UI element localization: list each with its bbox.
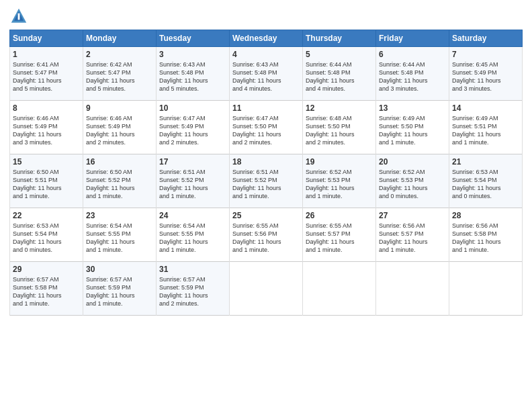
- cell-info: Sunrise: 6:42 AM Sunset: 5:47 PM Dayligh…: [86, 60, 153, 93]
- calendar-cell: [230, 262, 303, 316]
- cell-info: Sunrise: 6:53 AM Sunset: 5:54 PM Dayligh…: [452, 168, 519, 201]
- day-number: 3: [159, 50, 226, 59]
- day-number: 27: [379, 211, 446, 220]
- calendar-cell: 5Sunrise: 6:44 AM Sunset: 5:48 PM Daylig…: [303, 47, 376, 101]
- day-number: 5: [306, 50, 373, 59]
- day-number: 12: [306, 103, 373, 113]
- calendar-cell: 11Sunrise: 6:47 AM Sunset: 5:50 PM Dayli…: [230, 101, 303, 154]
- day-number: 24: [159, 211, 226, 220]
- cell-info: Sunrise: 6:46 AM Sunset: 5:49 PM Dayligh…: [13, 114, 80, 147]
- day-number: 14: [452, 103, 519, 113]
- page-container: SundayMondayTuesdayWednesdayThursdayFrid…: [0, 0, 532, 322]
- day-number: 25: [232, 211, 300, 220]
- day-number: 15: [13, 157, 80, 167]
- calendar-cell: 4Sunrise: 6:43 AM Sunset: 5:48 PM Daylig…: [230, 47, 303, 101]
- cell-info: Sunrise: 6:51 AM Sunset: 5:52 PM Dayligh…: [232, 168, 300, 201]
- day-header-tuesday: Tuesday: [157, 30, 230, 47]
- cell-info: Sunrise: 6:57 AM Sunset: 5:59 PM Dayligh…: [159, 275, 226, 308]
- cell-info: Sunrise: 6:51 AM Sunset: 5:52 PM Dayligh…: [159, 168, 226, 201]
- week-row-5: 29Sunrise: 6:57 AM Sunset: 5:58 PM Dayli…: [10, 262, 523, 316]
- calendar-cell: 31Sunrise: 6:57 AM Sunset: 5:59 PM Dayli…: [157, 262, 230, 316]
- day-header-wednesday: Wednesday: [230, 30, 303, 47]
- calendar-cell: 10Sunrise: 6:47 AM Sunset: 5:49 PM Dayli…: [157, 101, 230, 154]
- day-number: 10: [159, 103, 226, 113]
- cell-info: Sunrise: 6:53 AM Sunset: 5:54 PM Dayligh…: [13, 222, 80, 255]
- calendar-cell: 7Sunrise: 6:45 AM Sunset: 5:49 PM Daylig…: [449, 47, 523, 101]
- cell-info: Sunrise: 6:50 AM Sunset: 5:52 PM Dayligh…: [86, 168, 153, 201]
- day-number: 19: [306, 157, 373, 167]
- logo-icon: [9, 7, 28, 26]
- week-row-1: 1Sunrise: 6:41 AM Sunset: 5:47 PM Daylig…: [10, 47, 523, 101]
- day-number: 9: [86, 103, 153, 113]
- calendar-cell: 21Sunrise: 6:53 AM Sunset: 5:54 PM Dayli…: [449, 154, 523, 208]
- day-number: 17: [159, 157, 226, 167]
- day-number: 20: [379, 157, 446, 167]
- cell-info: Sunrise: 6:57 AM Sunset: 5:59 PM Dayligh…: [86, 275, 153, 308]
- day-number: 8: [13, 103, 80, 113]
- cell-info: Sunrise: 6:56 AM Sunset: 5:57 PM Dayligh…: [379, 222, 446, 255]
- cell-info: Sunrise: 6:43 AM Sunset: 5:48 PM Dayligh…: [159, 60, 226, 93]
- calendar-cell: [449, 262, 523, 316]
- day-header-thursday: Thursday: [303, 30, 376, 47]
- cell-info: Sunrise: 6:46 AM Sunset: 5:49 PM Dayligh…: [86, 114, 153, 147]
- day-number: 18: [232, 157, 300, 167]
- calendar-cell: 18Sunrise: 6:51 AM Sunset: 5:52 PM Dayli…: [230, 154, 303, 208]
- calendar-cell: 20Sunrise: 6:52 AM Sunset: 5:53 PM Dayli…: [376, 154, 449, 208]
- day-number: 29: [13, 265, 80, 274]
- calendar-cell: 14Sunrise: 6:49 AM Sunset: 5:51 PM Dayli…: [449, 101, 523, 154]
- day-number: 26: [306, 211, 373, 220]
- calendar-cell: 13Sunrise: 6:49 AM Sunset: 5:50 PM Dayli…: [376, 101, 449, 154]
- cell-info: Sunrise: 6:45 AM Sunset: 5:49 PM Dayligh…: [452, 60, 519, 93]
- day-number: 21: [452, 157, 519, 167]
- cell-info: Sunrise: 6:49 AM Sunset: 5:51 PM Dayligh…: [452, 114, 519, 147]
- day-number: 22: [13, 211, 80, 220]
- calendar-cell: 3Sunrise: 6:43 AM Sunset: 5:48 PM Daylig…: [157, 47, 230, 101]
- cell-info: Sunrise: 6:48 AM Sunset: 5:50 PM Dayligh…: [306, 114, 373, 147]
- cell-info: Sunrise: 6:50 AM Sunset: 5:51 PM Dayligh…: [13, 168, 80, 201]
- day-number: 2: [86, 50, 153, 59]
- day-number: 30: [86, 265, 153, 274]
- calendar-cell: 30Sunrise: 6:57 AM Sunset: 5:59 PM Dayli…: [83, 262, 157, 316]
- calendar-cell: 19Sunrise: 6:52 AM Sunset: 5:53 PM Dayli…: [303, 154, 376, 208]
- cell-info: Sunrise: 6:41 AM Sunset: 5:47 PM Dayligh…: [13, 60, 80, 93]
- day-header-friday: Friday: [376, 30, 449, 47]
- calendar-cell: 25Sunrise: 6:55 AM Sunset: 5:56 PM Dayli…: [230, 208, 303, 262]
- calendar-cell: 26Sunrise: 6:55 AM Sunset: 5:57 PM Dayli…: [303, 208, 376, 262]
- calendar-cell: 16Sunrise: 6:50 AM Sunset: 5:52 PM Dayli…: [83, 154, 157, 208]
- week-row-2: 8Sunrise: 6:46 AM Sunset: 5:49 PM Daylig…: [10, 101, 523, 154]
- calendar-cell: [376, 262, 449, 316]
- calendar-cell: [303, 262, 376, 316]
- calendar-cell: 27Sunrise: 6:56 AM Sunset: 5:57 PM Dayli…: [376, 208, 449, 262]
- day-number: 13: [379, 103, 446, 113]
- week-row-4: 22Sunrise: 6:53 AM Sunset: 5:54 PM Dayli…: [10, 208, 523, 262]
- calendar-cell: 12Sunrise: 6:48 AM Sunset: 5:50 PM Dayli…: [303, 101, 376, 154]
- cell-info: Sunrise: 6:56 AM Sunset: 5:58 PM Dayligh…: [452, 222, 519, 255]
- day-number: 4: [232, 50, 300, 59]
- cell-info: Sunrise: 6:52 AM Sunset: 5:53 PM Dayligh…: [306, 168, 373, 201]
- day-header-monday: Monday: [83, 30, 157, 47]
- calendar-cell: 22Sunrise: 6:53 AM Sunset: 5:54 PM Dayli…: [10, 208, 83, 262]
- calendar-cell: 9Sunrise: 6:46 AM Sunset: 5:49 PM Daylig…: [83, 101, 157, 154]
- day-number: 6: [379, 50, 446, 59]
- cell-info: Sunrise: 6:52 AM Sunset: 5:53 PM Dayligh…: [379, 168, 446, 201]
- calendar-cell: 28Sunrise: 6:56 AM Sunset: 5:58 PM Dayli…: [449, 208, 523, 262]
- calendar-cell: 6Sunrise: 6:44 AM Sunset: 5:48 PM Daylig…: [376, 47, 449, 101]
- cell-info: Sunrise: 6:49 AM Sunset: 5:50 PM Dayligh…: [379, 114, 446, 147]
- logo: [9, 7, 31, 26]
- calendar-cell: 1Sunrise: 6:41 AM Sunset: 5:47 PM Daylig…: [10, 47, 83, 101]
- cell-info: Sunrise: 6:55 AM Sunset: 5:56 PM Dayligh…: [232, 222, 300, 255]
- calendar-cell: 29Sunrise: 6:57 AM Sunset: 5:58 PM Dayli…: [10, 262, 83, 316]
- header: [9, 7, 523, 26]
- calendar-cell: 8Sunrise: 6:46 AM Sunset: 5:49 PM Daylig…: [10, 101, 83, 154]
- calendar-table: SundayMondayTuesdayWednesdayThursdayFrid…: [9, 30, 523, 316]
- cell-info: Sunrise: 6:55 AM Sunset: 5:57 PM Dayligh…: [306, 222, 373, 255]
- day-number: 1: [13, 50, 80, 59]
- day-header-sunday: Sunday: [10, 30, 83, 47]
- calendar-cell: 17Sunrise: 6:51 AM Sunset: 5:52 PM Dayli…: [157, 154, 230, 208]
- cell-info: Sunrise: 6:54 AM Sunset: 5:55 PM Dayligh…: [159, 222, 226, 255]
- calendar-header-row: SundayMondayTuesdayWednesdayThursdayFrid…: [10, 30, 523, 47]
- cell-info: Sunrise: 6:44 AM Sunset: 5:48 PM Dayligh…: [379, 60, 446, 93]
- calendar-cell: 15Sunrise: 6:50 AM Sunset: 5:51 PM Dayli…: [10, 154, 83, 208]
- svg-rect-2: [18, 13, 20, 20]
- day-number: 23: [86, 211, 153, 220]
